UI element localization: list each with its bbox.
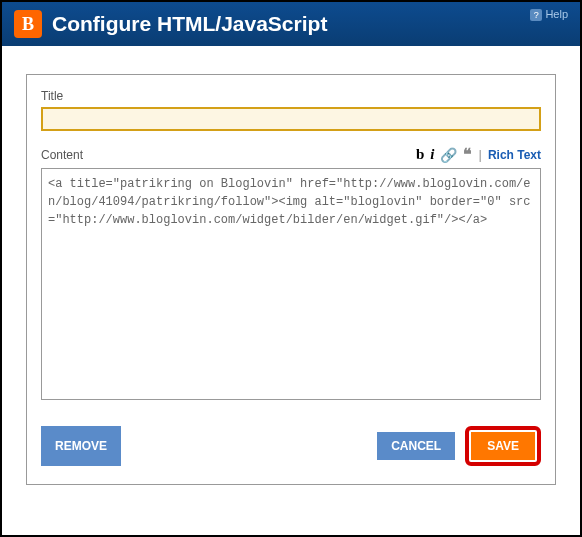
toolbar-separator: | — [478, 147, 481, 162]
link-icon[interactable]: 🔗 — [440, 147, 457, 163]
title-input[interactable] — [41, 107, 541, 131]
remove-button[interactable]: REMOVE — [41, 426, 121, 466]
content-label: Content — [41, 148, 83, 162]
form-panel: Title Content b i 🔗 ❝ | Rich Text REMOVE… — [26, 74, 556, 485]
right-buttons: CANCEL SAVE — [377, 426, 541, 466]
content-textarea[interactable] — [41, 168, 541, 400]
rich-text-toggle[interactable]: Rich Text — [488, 148, 541, 162]
save-button[interactable]: SAVE — [471, 432, 535, 460]
italic-button[interactable]: i — [430, 146, 434, 163]
bold-button[interactable]: b — [416, 146, 424, 163]
dialog-header: B Configure HTML/JavaScript ?Help — [2, 2, 580, 46]
content-header-row: Content b i 🔗 ❝ | Rich Text — [41, 145, 541, 164]
title-label: Title — [41, 89, 541, 103]
blogger-logo: B — [14, 10, 42, 38]
cancel-button[interactable]: CANCEL — [377, 432, 455, 460]
save-highlight: SAVE — [465, 426, 541, 466]
dialog-title: Configure HTML/JavaScript — [52, 12, 327, 36]
button-row: REMOVE CANCEL SAVE — [41, 426, 541, 466]
editor-toolbar: b i 🔗 ❝ | Rich Text — [416, 145, 541, 164]
logo-letter: B — [22, 14, 34, 35]
help-label: Help — [545, 8, 568, 20]
help-icon: ? — [530, 9, 542, 21]
quote-button[interactable]: ❝ — [463, 145, 472, 164]
help-link[interactable]: ?Help — [530, 8, 568, 21]
